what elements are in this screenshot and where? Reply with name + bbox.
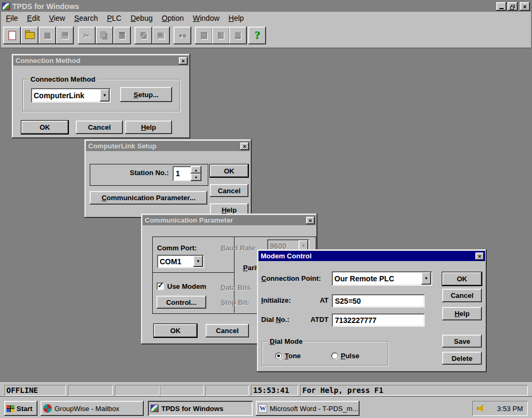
- close-icon[interactable]: ×: [179, 57, 187, 65]
- status-bar: OFFLINE15:53:41For Help, press F1: [0, 382, 532, 398]
- taskbar-tpds-button[interactable]: TPDS for Windows: [148, 401, 253, 416]
- setup-button[interactable]: Setup...: [120, 87, 172, 102]
- close-icon[interactable]: ×: [240, 143, 249, 150]
- menu-window[interactable]: Window: [193, 14, 220, 22]
- frame-divider-horizontal: [152, 272, 234, 273]
- help-button[interactable]: Help: [442, 307, 482, 320]
- dial-no-prefix: ATDT: [304, 316, 328, 324]
- connection-point-label: Connection Point:: [261, 274, 321, 282]
- initialize-field[interactable]: S25=50: [332, 294, 425, 307]
- taskbar-button-label: TPDS for Windows: [161, 405, 223, 413]
- close-icon[interactable]: ×: [475, 253, 484, 260]
- modem-control-titlebar[interactable]: Modem Control ×: [259, 251, 485, 261]
- chevron-down-icon[interactable]: ▼: [421, 272, 431, 285]
- pulse-radio[interactable]: [331, 352, 338, 359]
- save-button[interactable]: Save: [442, 335, 482, 348]
- data-bits-label: Data Bits:: [221, 283, 251, 291]
- cut-icon: ✂: [83, 31, 90, 41]
- status-panel-3: [115, 385, 160, 396]
- baud-rate-label: Baud Rate:: [221, 244, 257, 252]
- minimize-button[interactable]: [496, 2, 506, 11]
- screen: TPDS for Windows × FileEditViewSearchPLC…: [0, 0, 532, 418]
- dialog-title: Connection Method: [14, 57, 80, 65]
- menu-debug[interactable]: Debug: [130, 14, 152, 22]
- cancel-button[interactable]: Cancel: [442, 289, 482, 302]
- taskbar: Start GroupWise - MailboxTPDS for Window…: [0, 397, 532, 418]
- volume-icon[interactable]: [477, 405, 485, 412]
- cancel-button[interactable]: Cancel: [210, 184, 248, 197]
- paste-icon: [119, 32, 125, 39]
- toolbar-verify-button: [212, 27, 230, 44]
- toolbar-find-button: [174, 27, 191, 44]
- groupwise-icon: [43, 404, 52, 413]
- spin-down-icon[interactable]: ▼: [191, 173, 201, 181]
- print-icon: [235, 32, 241, 39]
- cancel-button[interactable]: Cancel: [76, 121, 123, 134]
- menu-view[interactable]: View: [49, 14, 65, 22]
- connection-method-dialog: Connection Method × Connection Method Co…: [12, 54, 190, 138]
- communication-parameter-button[interactable]: Communication Parameter...: [90, 191, 207, 204]
- menu-search[interactable]: Search: [74, 14, 98, 22]
- use-modem-label: Use Modem: [167, 282, 206, 290]
- close-icon[interactable]: ×: [306, 217, 315, 224]
- computerlink-setup-titlebar[interactable]: ComputerLink Setup ×: [86, 141, 250, 151]
- word-icon: W: [259, 404, 267, 413]
- toolbar-open-button[interactable]: [21, 27, 38, 44]
- edit-icon: [140, 32, 147, 39]
- ok-button[interactable]: OK: [210, 164, 248, 177]
- menu-plc[interactable]: PLC: [107, 14, 121, 22]
- group-label: Connection Method: [28, 75, 97, 83]
- toolbar-copy-button: [96, 27, 113, 44]
- taskbar-groupwise-button[interactable]: GroupWise - Mailbox: [41, 401, 144, 416]
- delete-button[interactable]: Delete: [442, 352, 482, 365]
- start-button[interactable]: Start: [4, 401, 37, 416]
- menu-edit[interactable]: Edit: [27, 14, 40, 22]
- menu-file[interactable]: File: [6, 14, 18, 22]
- system-tray: 3:53 PM: [472, 401, 528, 416]
- close-icon: ×: [523, 3, 527, 11]
- ok-button[interactable]: OK: [21, 121, 68, 134]
- window-title: TPDS for Windows: [10, 2, 79, 11]
- toolbar-cut-button: ✂: [78, 27, 96, 44]
- cancel-button[interactable]: Cancel: [206, 324, 249, 337]
- toolbar-help-button[interactable]: ?: [248, 27, 266, 44]
- spin-up-icon[interactable]: ▲: [191, 166, 201, 173]
- station-no-label: Station No.:: [95, 169, 169, 177]
- status-help-text: For Help, press F1: [300, 385, 528, 396]
- connection-method-combo[interactable]: ComputerLink ▼: [31, 88, 111, 102]
- status-time: 15:53:41: [251, 385, 298, 396]
- start-label: Start: [17, 405, 33, 413]
- ok-button[interactable]: OK: [442, 272, 482, 286]
- dial-no-field[interactable]: 7132227777: [332, 313, 425, 327]
- taskbar-word-button[interactable]: WMicrosoft Word - T-PDS_m...: [256, 401, 359, 416]
- communication-parameter-titlebar[interactable]: Communication Parameter ×: [143, 215, 316, 225]
- station-no-stepper: ▲ ▼: [191, 166, 201, 181]
- dialog-title: ComputerLink Setup: [87, 142, 157, 150]
- initialize-label: Initialize:: [261, 296, 291, 304]
- tpds-icon: [151, 405, 159, 412]
- help-button[interactable]: Help: [125, 121, 172, 134]
- tone-radio[interactable]: [275, 352, 282, 359]
- restore-button[interactable]: [507, 2, 518, 11]
- status-panel-5: [205, 385, 249, 396]
- connection-point-combo[interactable]: Our Remote PLC ▼: [332, 271, 432, 286]
- toolbar-new-button[interactable]: [3, 27, 21, 44]
- compare-icon: [201, 32, 207, 39]
- menu-option[interactable]: Option: [162, 14, 184, 22]
- modem-control-button[interactable]: Control...: [157, 296, 206, 309]
- connection-method-titlebar[interactable]: Connection Method ×: [13, 56, 189, 66]
- taskbar-button-label: GroupWise - Mailbox: [54, 405, 119, 413]
- toolbar: ✂?: [1, 24, 531, 49]
- menu-help[interactable]: Help: [229, 14, 244, 22]
- comm-port-combo[interactable]: COM1 ▼: [157, 255, 204, 268]
- close-button[interactable]: ×: [520, 2, 530, 11]
- save-icon: [61, 32, 68, 39]
- use-modem-checkbox[interactable]: [157, 282, 164, 290]
- parity-label: Parity:: [243, 264, 257, 272]
- status-panel-2: [68, 385, 113, 396]
- main-titlebar[interactable]: TPDS for Windows ×: [1, 1, 531, 12]
- ok-button[interactable]: OK: [154, 324, 197, 337]
- chevron-down-icon[interactable]: ▼: [193, 256, 203, 267]
- verify-icon: [218, 32, 224, 39]
- chevron-down-icon[interactable]: ▼: [100, 89, 109, 101]
